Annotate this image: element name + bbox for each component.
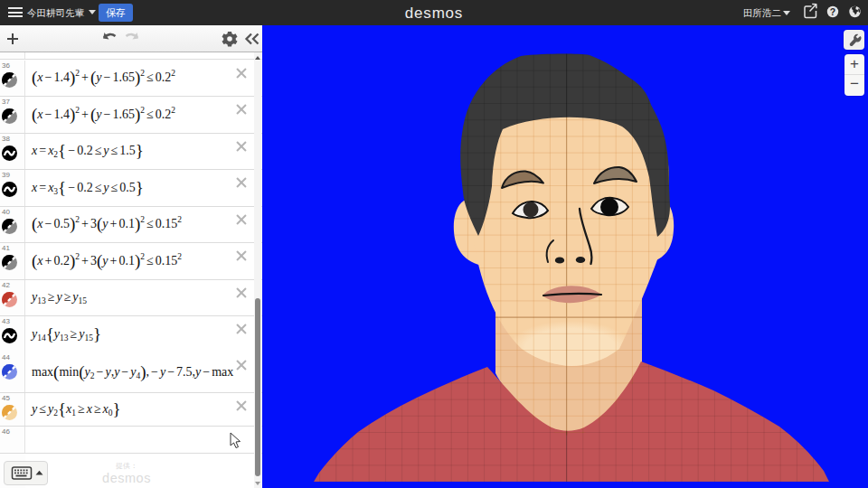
svg-text:?: ? — [830, 6, 835, 17]
